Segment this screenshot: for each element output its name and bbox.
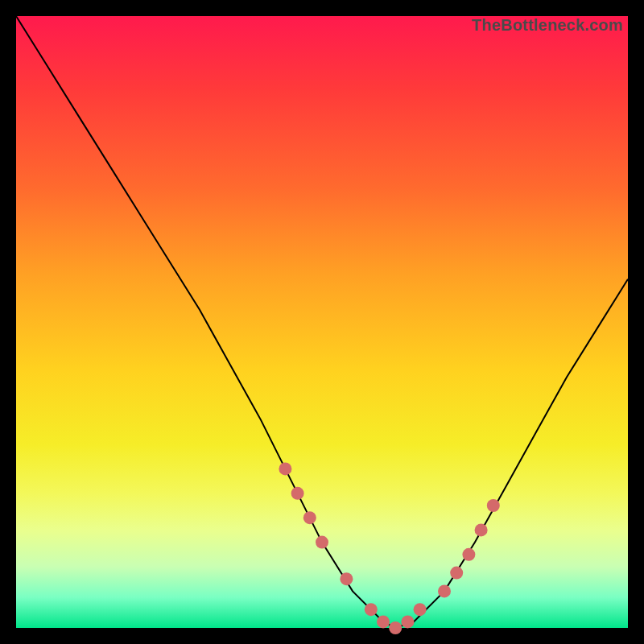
highlight-dot [377, 615, 390, 628]
highlight-dot [279, 462, 291, 475]
highlight-dot [414, 603, 427, 616]
highlight-dot [291, 487, 304, 500]
highlight-dots [279, 462, 499, 634]
highlight-dot [487, 499, 500, 512]
plot-area: TheBottleneck.com [16, 16, 628, 628]
highlight-dot [462, 548, 475, 561]
highlight-dot [303, 511, 316, 524]
highlight-dot [475, 523, 488, 536]
chart-frame: TheBottleneck.com [0, 0, 644, 644]
chart-svg [16, 16, 628, 628]
highlight-dot [450, 567, 463, 580]
highlight-dot [401, 615, 414, 628]
highlight-dot [340, 572, 353, 585]
highlight-dot [365, 603, 378, 616]
highlight-dot [316, 536, 328, 549]
highlight-dot [438, 584, 451, 597]
highlight-dot [389, 621, 402, 634]
